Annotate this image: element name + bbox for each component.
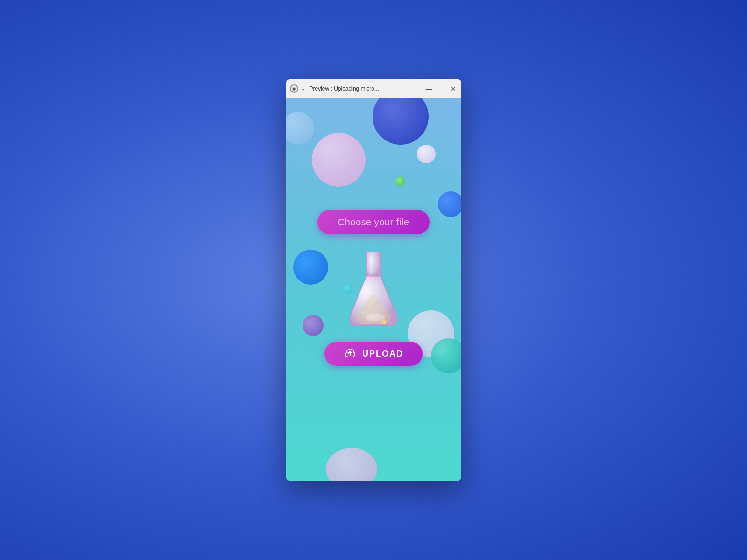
bubble-pink-top [312, 133, 366, 187]
bubble-purple-bottom-left [303, 315, 324, 336]
chevron-down-icon: ⌄ [301, 86, 305, 91]
bubble-dark-blue-top [373, 98, 429, 145]
browser-window: ◉ ⌄ Preview : Uploading micro... — □ ✕ C… [286, 79, 461, 481]
browser-icon: ◉ [290, 84, 298, 93]
choose-file-label: Choose your file [338, 217, 409, 228]
svg-point-1 [366, 314, 385, 321]
bubble-light-blue-top-left [286, 112, 314, 145]
bubble-teal-bottom-right [431, 338, 461, 373]
app-content: Choose your file [286, 98, 461, 481]
upload-label: UPLOAD [362, 349, 403, 359]
close-button[interactable]: ✕ [449, 84, 458, 93]
bubble-blue-left-bottom [293, 250, 328, 285]
bubble-white-small-top [417, 145, 436, 163]
bubble-pink-bottom [326, 448, 377, 481]
cloud-upload-icon [344, 347, 357, 360]
svg-rect-0 [366, 252, 381, 278]
minimize-button[interactable]: — [425, 84, 433, 93]
title-bar: ◉ ⌄ Preview : Uploading micro... — □ ✕ [286, 79, 461, 98]
maximize-button[interactable]: □ [437, 84, 445, 93]
flask-container [343, 248, 404, 328]
bubble-green-small [395, 176, 405, 187]
choose-file-button[interactable]: Choose your file [317, 210, 430, 234]
bubble-blue-right-mid [438, 191, 461, 217]
svg-rect-3 [369, 253, 373, 274]
svg-point-2 [381, 320, 386, 324]
flask-icon [343, 248, 404, 328]
window-controls: — □ ✕ [425, 84, 458, 93]
upload-button[interactable]: UPLOAD [324, 342, 423, 366]
window-title: Preview : Uploading micro... [310, 85, 422, 92]
